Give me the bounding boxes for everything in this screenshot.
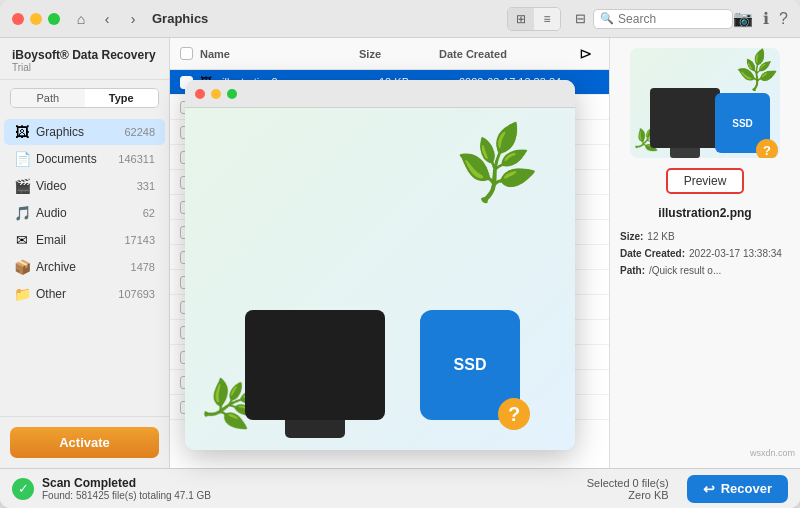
sidebar-count-archive: 1478 [131,261,155,273]
home-button[interactable]: ⌂ [70,8,92,30]
ssd-illustration: SSD ? [715,93,770,153]
back-button[interactable]: ‹ [96,8,118,30]
selected-count: Selected 0 file(s) [587,477,669,489]
sidebar-label-email: Email [36,233,124,247]
statusbar: ✓ Scan Completed Found: 581425 file(s) t… [0,468,800,508]
select-all-check [180,47,200,60]
brand-trial: Trial [12,62,157,73]
titlebar-icons: 📷 ℹ ? [733,9,788,28]
audio-icon: 🎵 [14,205,30,221]
maximize-button[interactable] [48,13,60,25]
preview-button[interactable]: Preview [666,168,745,194]
close-button[interactable] [12,13,24,25]
sidebar-item-graphics[interactable]: 🖼 Graphics 62248 [4,119,165,145]
forward-button[interactable]: › [122,8,144,30]
file-list-header: Name Size Date Created ⊳ [170,38,609,70]
brand-area: iBoysoft® Data Recovery Trial [0,38,169,80]
sidebar-label-audio: Audio [36,206,143,220]
path-value: /Quick result o... [649,262,721,279]
search-icon: 🔍 [600,12,614,25]
scan-complete-icon: ✓ [12,478,34,500]
other-icon: 📁 [14,286,30,302]
preview-thumbnail: 🌿 🌿 SSD ? [630,48,780,158]
selected-size: Zero KB [587,489,669,501]
col-actions-header: ⊳ [579,44,599,63]
scan-text: Scan Completed Found: 581425 file(s) tot… [42,476,211,501]
size-label: Size: [620,228,643,245]
popup-titlebar [185,80,575,108]
preview-popup: 🌿 🌿 SSD ? [185,80,575,450]
camera-icon[interactable]: 📷 [733,9,753,28]
selected-info: Selected 0 file(s) Zero KB [587,477,669,501]
recover-icon: ↩ [703,481,715,497]
view-toggle: ⊞ ≡ [507,7,561,31]
list-view-button[interactable]: ≡ [534,8,560,30]
sidebar-count-other: 107693 [118,288,155,300]
titlebar: ⌂ ‹ › Graphics ⊞ ≡ ⊟ 🔍 📷 ℹ ? [0,0,800,38]
activate-button[interactable]: Activate [10,427,159,458]
sidebar-count-audio: 62 [143,207,155,219]
popup-content: 🌿 🌿 SSD ? [185,108,575,450]
popup-minimize[interactable] [211,89,221,99]
info-icon[interactable]: ℹ [763,9,769,28]
ssd-question-mark: ? [756,139,778,158]
email-icon: ✉ [14,232,30,248]
video-icon: 🎬 [14,178,30,194]
sidebar: iBoysoft® Data Recovery Trial Path Type … [0,38,170,468]
ssd-label: SSD [454,356,487,374]
brand-name: iBoysoft® Data Recovery [12,48,157,62]
help-icon[interactable]: ? [779,10,788,28]
search-bar: 🔍 [593,9,733,29]
sidebar-count-documents: 146311 [118,153,155,165]
traffic-lights [12,13,60,25]
sidebar-footer: Activate [0,416,169,468]
documents-icon: 📄 [14,151,30,167]
col-size-header: Size [359,48,439,60]
sidebar-count-email: 17143 [124,234,155,246]
popup-mac-illustration [245,310,385,420]
sidebar-items: 🖼 Graphics 62248 📄 Documents 146311 🎬 Vi… [0,116,169,416]
sidebar-count-graphics: 62248 [124,126,155,138]
date-value: 2022-03-17 13:38:34 [689,245,782,262]
minimize-button[interactable] [30,13,42,25]
sidebar-item-archive[interactable]: 📦 Archive 1478 [4,254,165,280]
nav-buttons: ⌂ ‹ › [70,8,144,30]
path-label: Path: [620,262,645,279]
popup-ssd-question: ? [498,398,530,430]
popup-ssd-illustration: SSD ? [420,310,520,420]
recover-label: Recover [721,481,772,496]
graphics-icon: 🖼 [14,124,30,140]
sidebar-label-graphics: Graphics [36,125,124,139]
sidebar-count-video: 331 [137,180,155,192]
sidebar-item-other[interactable]: 📁 Other 107693 [4,281,165,307]
sidebar-label-documents: Documents [36,152,118,166]
popup-close[interactable] [195,89,205,99]
date-label: Date Created: [620,245,685,262]
sidebar-label-video: Video [36,179,137,193]
scan-subtitle: Found: 581425 file(s) totaling 47.1 GB [42,490,211,501]
sidebar-tabs: Path Type [10,88,159,108]
popup-maximize[interactable] [227,89,237,99]
col-date-header: Date Created [439,48,579,60]
leaf-decoration-1: 🌿 [732,48,780,95]
tab-path[interactable]: Path [11,89,85,107]
filter-button[interactable]: ⊟ [567,8,593,30]
watermark: wsxdn.com [750,448,795,458]
col-name-header: Name [200,48,359,60]
search-input[interactable] [618,12,726,26]
preview-meta: Size: 12 KB Date Created: 2022-03-17 13:… [620,228,790,279]
popup-leaf-1: 🌿 [450,117,545,209]
sidebar-item-video[interactable]: 🎬 Video 331 [4,173,165,199]
recover-button[interactable]: ↩ Recover [687,475,788,503]
preview-filename: illustration2.png [658,206,751,220]
scan-title: Scan Completed [42,476,211,490]
mac-illustration [650,88,720,148]
preview-panel: 🌿 🌿 SSD ? Preview illustration2.png Size… [610,38,800,468]
header-checkbox[interactable] [180,47,193,60]
sidebar-item-audio[interactable]: 🎵 Audio 62 [4,200,165,226]
grid-view-button[interactable]: ⊞ [508,8,534,30]
tab-type[interactable]: Type [85,89,159,107]
sidebar-item-email[interactable]: ✉ Email 17143 [4,227,165,253]
sidebar-item-documents[interactable]: 📄 Documents 146311 [4,146,165,172]
archive-icon: 📦 [14,259,30,275]
